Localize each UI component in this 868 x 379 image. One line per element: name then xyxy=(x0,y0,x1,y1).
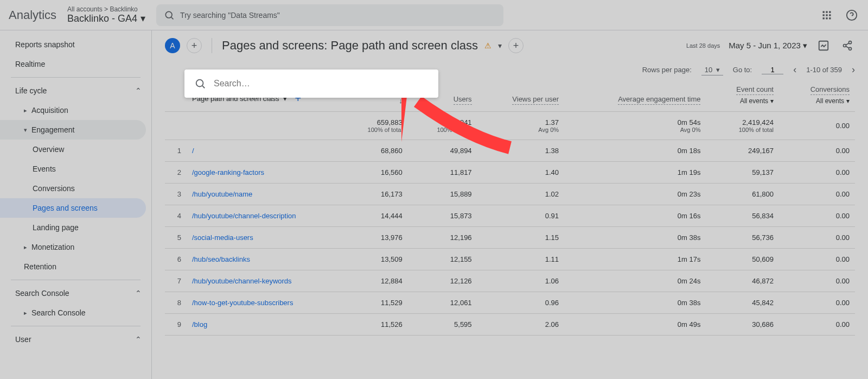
page-path-link[interactable]: /hub/seo/backlinks xyxy=(187,249,339,270)
date-range-picker[interactable]: May 5 - Jun 1, 2023 ▾ xyxy=(729,41,807,50)
col-avg-engagement[interactable]: Average engagement time xyxy=(564,79,706,112)
nav-overview[interactable]: Overview xyxy=(0,140,151,159)
topbar: Analytics All accounts > Backlinko Backl… xyxy=(0,0,868,30)
caret-right-icon: ▸ xyxy=(24,309,27,317)
page-title: Pages and screens: Page path and screen … xyxy=(222,39,478,53)
warning-icon[interactable]: ⚠ xyxy=(484,41,492,50)
nav-acquisition[interactable]: ▸Acquisition xyxy=(0,100,151,120)
nav-conversions[interactable]: Conversions xyxy=(0,179,151,198)
data-table: Page path and screen class▾+ Users Views… xyxy=(165,79,855,336)
prev-page-button[interactable]: ‹ xyxy=(793,64,796,75)
search-icon xyxy=(194,78,206,90)
nav-reports-snapshot[interactable]: Reports snapshot xyxy=(0,35,151,54)
nav-group-life-cycle[interactable]: Life cycle⌃ xyxy=(0,81,151,100)
account-breadcrumb: All accounts > Backlinko xyxy=(67,5,145,13)
svg-rect-6 xyxy=(826,14,827,16)
svg-point-14 xyxy=(849,41,852,44)
caret-right-icon: ▸ xyxy=(24,244,27,251)
goto-input[interactable] xyxy=(762,66,783,74)
customize-report-icon[interactable] xyxy=(816,38,831,53)
divider xyxy=(11,326,141,326)
chevron-down-icon: ▾ xyxy=(716,66,720,74)
account-switcher[interactable]: All accounts > Backlinko Backlinko - GA4… xyxy=(67,5,145,25)
svg-line-1 xyxy=(171,17,174,19)
table-row[interactable]: 7 /hub/youtube/channel-keywords 12,884 1… xyxy=(165,270,855,292)
nav-events[interactable]: Events xyxy=(0,159,151,179)
table-row[interactable]: 5 /social-media-users 13,976 12,196 1.15… xyxy=(165,227,855,249)
nav-pages-screens[interactable]: Pages and screens xyxy=(0,198,146,218)
help-icon[interactable] xyxy=(844,8,859,23)
caret-down-icon: ▾ xyxy=(24,127,27,134)
page-path-link[interactable]: / xyxy=(187,140,339,162)
col-index xyxy=(165,79,187,112)
nav-landing-page[interactable]: Landing page xyxy=(0,218,151,237)
dimension-dropdown[interactable]: ▾ xyxy=(498,41,502,50)
next-page-button[interactable]: › xyxy=(852,64,855,75)
caret-right-icon: ▸ xyxy=(24,107,27,114)
page-path-link[interactable]: /hub/youtube/name xyxy=(187,184,339,205)
page-path-link[interactable]: /social-media-users xyxy=(187,227,339,249)
table-row[interactable]: 4 /hub/youtube/channel-description 14,44… xyxy=(165,205,855,227)
add-dimension-button[interactable]: + xyxy=(508,38,524,53)
add-comparison-button[interactable]: + xyxy=(187,38,202,53)
col-conversions[interactable]: ConversionsAll events ▾ xyxy=(779,79,855,112)
nav-group-user[interactable]: User⌃ xyxy=(0,330,151,349)
table-row[interactable]: 6 /hub/seo/backlinks 13,509 12,155 1.11 … xyxy=(165,249,855,270)
col-views-per-user[interactable]: Views per user xyxy=(477,79,564,112)
page-path-link[interactable]: /google-ranking-factors xyxy=(187,162,339,184)
rows-per-page-label: Rows per page: xyxy=(642,66,692,74)
table-row[interactable]: 3 /hub/youtube/name 16,173 15,889 1.02 0… xyxy=(165,184,855,205)
chevron-down-icon: ▾ xyxy=(141,13,145,25)
avatar[interactable]: A xyxy=(165,38,180,53)
rows-per-page-select[interactable]: 10▾ xyxy=(701,65,723,75)
svg-rect-10 xyxy=(829,17,831,19)
nav-group-search-console[interactable]: Search Console⌃ xyxy=(0,283,151,303)
nav-retention[interactable]: Retention xyxy=(0,257,151,276)
chevron-up-icon: ⌃ xyxy=(135,289,142,298)
property-name: Backlinko - GA4 xyxy=(67,13,137,25)
app-logo: Analytics xyxy=(9,8,56,22)
nav-engagement[interactable]: ▾Engagement xyxy=(0,120,146,140)
chevron-up-icon: ⌃ xyxy=(135,86,142,95)
nav-search-console-item[interactable]: ▸Search Console xyxy=(0,303,151,323)
dimension-search-popup xyxy=(184,70,438,98)
dimension-search-input[interactable] xyxy=(214,79,429,89)
svg-point-16 xyxy=(849,47,852,50)
share-icon[interactable] xyxy=(840,38,855,53)
svg-point-15 xyxy=(844,45,846,47)
table-row[interactable]: 9 /blog 11,526 5,595 2.06 0m 49s 30,686 … xyxy=(165,314,855,336)
table-row[interactable]: 2 /google-ranking-factors 16,560 11,817 … xyxy=(165,162,855,184)
svg-rect-8 xyxy=(823,17,825,19)
chevron-up-icon: ⌃ xyxy=(135,335,142,344)
svg-rect-4 xyxy=(829,11,831,12)
svg-line-17 xyxy=(846,46,849,48)
divider xyxy=(11,280,141,280)
svg-line-20 xyxy=(202,86,205,88)
conversions-filter[interactable]: All events ▾ xyxy=(816,97,850,105)
svg-point-19 xyxy=(196,80,203,87)
page-path-link[interactable]: /blog xyxy=(187,314,339,336)
svg-line-18 xyxy=(846,43,849,45)
search-placeholder: Try searching "Data Streams" xyxy=(180,11,280,20)
svg-rect-9 xyxy=(826,17,827,19)
table-row[interactable]: 1 / 68,860 49,894 1.38 0m 18s 249,167 0.… xyxy=(165,140,855,162)
date-label: Last 28 days xyxy=(686,42,720,49)
page-path-link[interactable]: /how-to-get-youtube-subscribers xyxy=(187,292,339,314)
svg-point-0 xyxy=(165,11,172,18)
event-count-filter[interactable]: All events ▾ xyxy=(740,97,774,105)
search-icon xyxy=(164,10,175,21)
table-row[interactable]: 8 /how-to-get-youtube-subscribers 11,529… xyxy=(165,292,855,314)
nav-monetization[interactable]: ▸Monetization xyxy=(0,237,151,257)
goto-label: Go to: xyxy=(733,66,752,74)
svg-rect-3 xyxy=(826,11,827,12)
global-search[interactable]: Try searching "Data Streams" xyxy=(156,4,503,26)
apps-icon[interactable] xyxy=(819,8,834,23)
nav-realtime[interactable]: Realtime xyxy=(0,54,151,74)
page-path-link[interactable]: /hub/youtube/channel-keywords xyxy=(187,270,339,292)
svg-rect-7 xyxy=(829,14,831,16)
page-path-link[interactable]: /hub/youtube/channel-description xyxy=(187,205,339,227)
svg-rect-2 xyxy=(823,11,825,12)
svg-rect-5 xyxy=(823,14,825,16)
col-event-count[interactable]: Event countAll events ▾ xyxy=(706,79,779,112)
page-header: A + Pages and screens: Page path and scr… xyxy=(152,30,868,61)
